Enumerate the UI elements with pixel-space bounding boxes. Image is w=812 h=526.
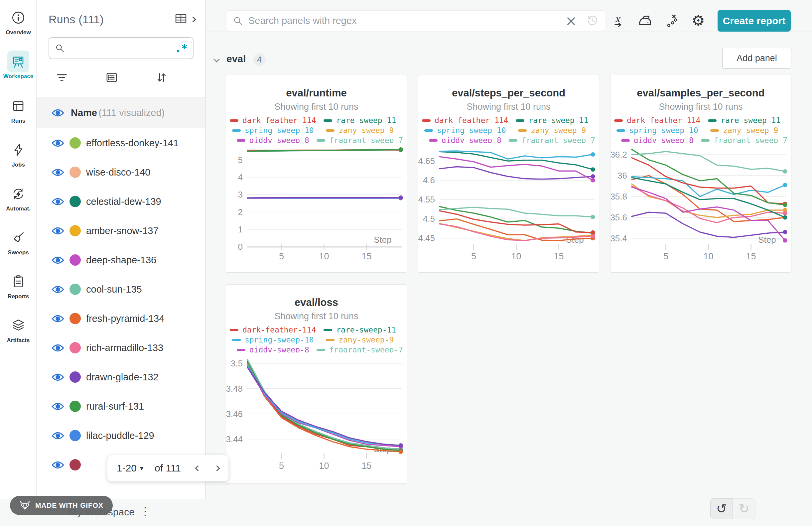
smoothing-iron-icon[interactable] [636, 12, 654, 29]
run-row[interactable]: wise-disco-140 [37, 158, 205, 187]
clear-search-icon[interactable]: × [565, 14, 577, 28]
legend-item-rare-sweep-11[interactable]: rare-sweep-11 [317, 115, 404, 125]
legend-item-zany-sweep-9[interactable]: zany-sweep-9 [701, 125, 788, 135]
svg-text:5: 5 [279, 251, 284, 261]
legend-color-dash [230, 119, 238, 122]
visibility-eye-icon[interactable] [52, 314, 64, 323]
page-size-dropdown[interactable]: 1-20 ▾ [117, 463, 143, 474]
collapse-section-chevron-icon[interactable] [214, 56, 219, 62]
series-line-zany-sweep-9 [247, 363, 401, 451]
visibility-eye-icon[interactable] [52, 227, 64, 235]
panel-search-input[interactable] [248, 15, 565, 26]
legend-item-dark-feather-114[interactable]: dark-feather-114 [229, 325, 317, 335]
sort-icon[interactable] [155, 71, 168, 86]
run-name: effortless-donkey-141 [86, 138, 178, 149]
sidebar-item-sweeps[interactable]: Sweeps [0, 227, 37, 256]
next-page-chevron-icon[interactable] [214, 465, 220, 471]
legend-item-fragrant-sweep-7[interactable]: fragrant-sweep-7 [317, 345, 404, 352]
run-row[interactable]: deep-shape-136 [37, 245, 205, 275]
sidebar-item-runs[interactable]: Runs [0, 95, 37, 125]
group-list-icon[interactable] [105, 71, 118, 86]
legend-item-zany-sweep-9[interactable]: zany-sweep-9 [317, 335, 404, 345]
legend-item-dark-feather-114[interactable]: dark-feather-114 [422, 115, 509, 125]
legend-item-spring-sweep-10[interactable]: spring-sweep-10 [422, 125, 509, 135]
line-chart-plot[interactable]: 35.435.635.83636.251015Step [610, 143, 791, 263]
legend-item-zany-sweep-9[interactable]: zany-sweep-9 [317, 125, 404, 135]
panel-search-box[interactable]: × [226, 10, 605, 31]
legend-item-dark-feather-114[interactable]: dark-feather-114 [614, 115, 701, 125]
run-row[interactable]: fresh-pyramid-134 [37, 304, 205, 333]
line-chart-plot[interactable]: 01234551015Step [226, 143, 407, 263]
svg-text:35.6: 35.6 [610, 213, 627, 222]
visibility-eye-icon[interactable] [52, 344, 64, 352]
legend-item-rare-sweep-11[interactable]: rare-sweep-11 [509, 115, 596, 125]
workspace-kebab-menu-icon[interactable]: ⋮ [140, 505, 151, 518]
visibility-eye-icon[interactable] [52, 373, 64, 382]
legend-item-zany-sweep-9[interactable]: zany-sweep-9 [509, 125, 596, 135]
sidebar-item-jobs[interactable]: Jobs [0, 139, 37, 168]
visibility-eye-icon[interactable] [52, 431, 64, 440]
legend-item-giddy-sweep-8[interactable]: giddy-sweep-8 [614, 135, 701, 143]
sidebar-item-automat[interactable]: Automat. [0, 183, 37, 212]
chart-panel-eval-loss: eval/lossShowing first 10 runsdark-feath… [226, 284, 407, 484]
x-axis-settings-icon[interactable]: x [610, 12, 627, 29]
line-chart-plot[interactable]: 3.443.463.483.551015Step [226, 352, 407, 472]
line-chart-plot[interactable]: 4.454.54.554.64.6551015Step [418, 143, 599, 263]
svg-text:3.48: 3.48 [226, 384, 243, 394]
legend-item-dark-feather-114[interactable]: dark-feather-114 [229, 115, 317, 125]
jobs-icon [7, 139, 29, 161]
sidebar-item-reports[interactable]: Reports [0, 271, 37, 300]
legend-item-giddy-sweep-8[interactable]: giddy-sweep-8 [229, 135, 317, 143]
run-color-dot [70, 137, 81, 149]
create-report-button[interactable]: Create report [717, 10, 791, 32]
legend-item-fragrant-sweep-7[interactable]: fragrant-sweep-7 [317, 135, 404, 143]
history-clock-icon [585, 14, 599, 28]
visibility-eye-icon[interactable] [52, 461, 64, 469]
visibility-eye-icon[interactable] [52, 138, 64, 148]
run-row[interactable]: drawn-glade-132 [37, 362, 205, 392]
legend-run-name: rare-sweep-11 [336, 325, 396, 334]
run-row[interactable]: rich-armadillo-133 [37, 333, 205, 362]
visualized-count-note: (111 visualized) [98, 107, 164, 118]
outliers-scatter-icon[interactable] [663, 12, 680, 29]
run-row[interactable]: cool-sun-135 [37, 275, 205, 304]
run-row[interactable]: amber-snow-137 [37, 216, 205, 245]
regex-toggle-icon[interactable]: .* [175, 42, 188, 55]
sidebar-item-artifacts[interactable]: Artifacts [0, 315, 37, 344]
run-row[interactable]: effortless-donkey-141 [37, 128, 205, 158]
visibility-eye-icon[interactable] [52, 402, 64, 411]
svg-text:15: 15 [362, 251, 372, 261]
runs-search-input[interactable] [65, 43, 175, 54]
sidebar-item-overview[interactable]: Overview [0, 6, 37, 36]
legend-item-rare-sweep-11[interactable]: rare-sweep-11 [701, 115, 788, 125]
legend-color-dash [237, 349, 245, 351]
run-color-dot [70, 283, 81, 295]
undo-icon[interactable]: ↺ [710, 498, 733, 519]
prev-page-chevron-icon[interactable] [195, 465, 201, 471]
visibility-eye-icon[interactable] [52, 168, 64, 177]
visibility-eye-icon[interactable] [52, 256, 64, 265]
run-row[interactable]: celestial-dew-139 [37, 187, 205, 216]
toggle-all-visibility-eye-icon[interactable] [52, 108, 64, 117]
visibility-eye-icon[interactable] [52, 285, 64, 294]
run-row[interactable]: lilac-puddle-129 [37, 421, 205, 450]
legend-item-rare-sweep-11[interactable]: rare-sweep-11 [317, 325, 404, 335]
gear-icon[interactable]: ⚙ [690, 12, 707, 29]
legend-item-fragrant-sweep-7[interactable]: fragrant-sweep-7 [701, 135, 788, 143]
sidebar-item-workspace[interactable]: Workspace [0, 50, 37, 80]
runs-table-view-icon[interactable] [174, 12, 188, 27]
section-title[interactable]: eval [227, 53, 246, 64]
legend-item-fragrant-sweep-7[interactable]: fragrant-sweep-7 [509, 135, 596, 143]
chart-legend: dark-feather-114rare-sweep-11spring-swee… [418, 115, 599, 143]
expand-table-chevron-icon[interactable] [190, 16, 196, 22]
legend-item-spring-sweep-10[interactable]: spring-sweep-10 [614, 125, 701, 135]
legend-item-giddy-sweep-8[interactable]: giddy-sweep-8 [229, 345, 317, 352]
run-row[interactable]: rural-surf-131 [37, 392, 205, 421]
legend-item-spring-sweep-10[interactable]: spring-sweep-10 [229, 125, 317, 135]
visibility-eye-icon[interactable] [52, 197, 64, 206]
runs-search-box[interactable]: .* [48, 37, 193, 59]
legend-item-giddy-sweep-8[interactable]: giddy-sweep-8 [422, 135, 509, 143]
filter-icon[interactable] [55, 71, 69, 86]
add-panel-button[interactable]: Add panel [722, 48, 792, 69]
legend-item-spring-sweep-10[interactable]: spring-sweep-10 [229, 335, 317, 345]
